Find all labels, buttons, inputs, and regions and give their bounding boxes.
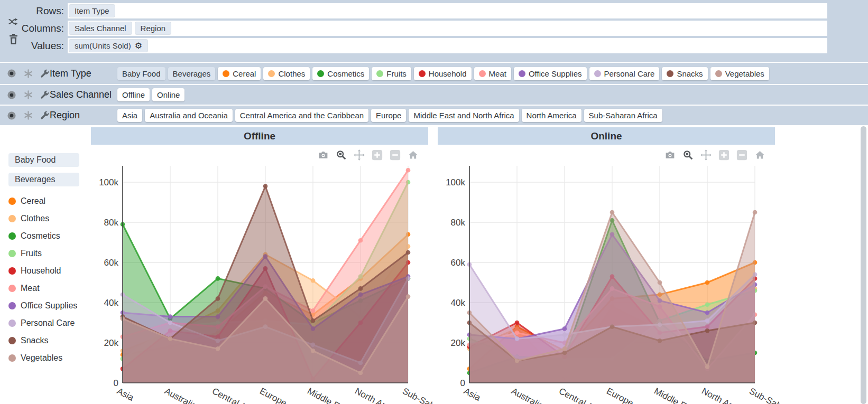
vertical-scrollbar[interactable] bbox=[861, 126, 866, 404]
online-chart[interactable]: 020k40k60k80k100kAsiaAustralia and Ocean… bbox=[437, 147, 783, 404]
svg-text:Sub-Saharan Africa: Sub-Saharan Africa bbox=[401, 386, 437, 404]
legend-item[interactable]: Vegetables bbox=[8, 349, 90, 367]
legend-item[interactable]: Cereal bbox=[8, 192, 90, 210]
row-field-chip[interactable]: Item Type bbox=[69, 5, 115, 17]
pan-icon[interactable] bbox=[700, 149, 712, 161]
filter-value-chip[interactable]: Office Supplies bbox=[514, 67, 587, 80]
filter-value-chip[interactable]: Personal Care bbox=[589, 67, 660, 80]
filter-value-chip[interactable]: Baby Food bbox=[117, 67, 165, 80]
filter-value-chip[interactable]: Sub-Saharan Africa bbox=[584, 109, 662, 122]
zoom-out-icon[interactable] bbox=[736, 149, 747, 161]
spacer bbox=[0, 54, 868, 62]
filter-value-label: Offline bbox=[122, 90, 145, 99]
camera-icon[interactable] bbox=[664, 149, 676, 161]
zoom-in-icon[interactable] bbox=[372, 149, 383, 161]
zoom-icon[interactable] bbox=[336, 149, 347, 161]
zoom-out-icon[interactable] bbox=[390, 149, 401, 161]
trash-icon[interactable] bbox=[8, 33, 19, 44]
legend-item-label: Snacks bbox=[21, 336, 48, 345]
wrench-icon[interactable] bbox=[39, 68, 50, 79]
zoom-in-icon[interactable] bbox=[718, 149, 730, 161]
plotly-modebar bbox=[318, 149, 419, 161]
legend-item[interactable]: Cosmetics bbox=[8, 227, 90, 245]
filter-value-chip[interactable]: Asia bbox=[117, 109, 142, 122]
legend-item[interactable]: Snacks bbox=[8, 332, 90, 349]
offline-chart[interactable]: 020k40k60k80k100kAsiaAustralia and Ocean… bbox=[90, 147, 437, 404]
color-dot-icon bbox=[8, 285, 16, 292]
legend-item[interactable]: Meat bbox=[8, 279, 90, 297]
filter-value-label: Online bbox=[157, 90, 180, 99]
svg-text:20k: 20k bbox=[104, 338, 119, 348]
filter-value-chip[interactable]: Online bbox=[152, 88, 184, 101]
color-dot-icon bbox=[8, 354, 16, 362]
asterisk-icon[interactable] bbox=[23, 110, 33, 121]
filter-value-chip[interactable]: Cereal bbox=[218, 67, 261, 80]
y-axis-labels: 020k40k60k80k100k bbox=[99, 177, 118, 388]
online-chart-panel: Online 020k40k60k80k100kAsiaAustralia an… bbox=[437, 125, 783, 404]
legend-item[interactable]: Fruits bbox=[8, 245, 90, 262]
column-field-chip[interactable]: Region bbox=[135, 22, 171, 34]
color-dot-icon bbox=[519, 70, 525, 77]
filter-value-chip[interactable]: Meat bbox=[474, 67, 511, 80]
offline-chart-panel: Offline 020k40k60k80k100kAsiaAustralia a… bbox=[90, 125, 437, 404]
filter-value-label: Australia and Oceania bbox=[150, 111, 228, 120]
legend-excluded-chip[interactable]: Baby Food bbox=[8, 153, 79, 167]
filter-value-chip[interactable]: Offline bbox=[117, 88, 150, 101]
asterisk-icon[interactable] bbox=[23, 68, 33, 79]
legend-item[interactable]: Personal Care bbox=[8, 314, 90, 332]
filter-value-chip[interactable]: Household bbox=[414, 67, 472, 80]
legend-item-label: Vegetables bbox=[21, 353, 62, 363]
filter-value-label: North America bbox=[527, 111, 577, 120]
legend-item[interactable]: Household bbox=[8, 262, 90, 279]
values-field-chip[interactable]: sum(Units Sold) ⚙ bbox=[69, 40, 147, 52]
zoom-icon[interactable] bbox=[682, 149, 694, 161]
filter-value-label: Personal Care bbox=[604, 69, 655, 78]
record-toggle-icon[interactable] bbox=[6, 110, 17, 121]
legend-item-label: Fruits bbox=[21, 249, 42, 258]
color-dot-icon bbox=[8, 320, 16, 327]
filter-value-chip[interactable]: Europe bbox=[371, 109, 406, 122]
home-icon[interactable] bbox=[408, 149, 419, 161]
wrench-icon[interactable] bbox=[39, 89, 50, 100]
pan-icon[interactable] bbox=[354, 149, 365, 161]
filter-value-label: Beverages bbox=[173, 69, 211, 78]
filter-value-chip[interactable]: Vegetables bbox=[710, 67, 769, 80]
record-toggle-icon[interactable] bbox=[6, 68, 17, 79]
asterisk-icon[interactable] bbox=[23, 89, 33, 100]
filter-value-chip[interactable]: Middle East and North Africa bbox=[409, 109, 519, 122]
filter-value-chip[interactable]: Fruits bbox=[372, 67, 411, 80]
pivot-controls: Rows: Item Type Columns: Sales ChannelRe… bbox=[0, 0, 868, 125]
color-dot-icon bbox=[268, 70, 275, 77]
gear-icon[interactable]: ⚙ bbox=[135, 42, 142, 50]
filter-field-label: Region bbox=[50, 110, 117, 121]
columns-strip[interactable]: Sales ChannelRegion bbox=[68, 21, 827, 36]
column-field-chip[interactable]: Sales Channel bbox=[69, 22, 132, 34]
filter-value-chip[interactable]: Clothes bbox=[263, 67, 310, 80]
filter-value-chip[interactable]: Snacks bbox=[662, 67, 707, 80]
filter-value-chip[interactable]: Cosmetics bbox=[312, 67, 369, 80]
filter-value-chip[interactable]: Central America and the Caribbean bbox=[235, 109, 368, 122]
filter-value-chip[interactable]: Australia and Oceania bbox=[145, 109, 233, 122]
values-strip[interactable]: sum(Units Sold) ⚙ bbox=[68, 38, 827, 53]
svg-text:80k: 80k bbox=[104, 218, 119, 228]
legend-item[interactable]: Office Supplies bbox=[8, 297, 90, 314]
rows-strip[interactable]: Item Type bbox=[68, 3, 827, 18]
filter-value-label: Snacks bbox=[677, 69, 703, 78]
svg-text:60k: 60k bbox=[451, 258, 466, 268]
filter-value-chip[interactable]: North America bbox=[522, 109, 581, 122]
home-icon[interactable] bbox=[754, 149, 765, 161]
x-axis-labels: AsiaAustralia and OceaniaCentral America… bbox=[115, 386, 437, 404]
color-dot-icon bbox=[8, 250, 16, 257]
filter-value-label: Cosmetics bbox=[327, 69, 364, 78]
legend-item-label: Personal Care bbox=[21, 318, 75, 328]
color-dot-icon bbox=[479, 70, 486, 77]
filter-value-chip[interactable]: Beverages bbox=[168, 67, 216, 80]
row-legend: Baby FoodBeveragesCerealClothesCosmetics… bbox=[0, 125, 90, 404]
camera-icon[interactable] bbox=[318, 149, 329, 161]
shuffle-icon[interactable] bbox=[8, 16, 19, 27]
legend-item[interactable]: Clothes bbox=[8, 210, 90, 227]
record-toggle-icon[interactable] bbox=[6, 89, 17, 100]
legend-excluded-chip[interactable]: Beverages bbox=[8, 173, 79, 186]
values-field-label: sum(Units Sold) bbox=[75, 41, 131, 50]
wrench-icon[interactable] bbox=[39, 110, 50, 121]
